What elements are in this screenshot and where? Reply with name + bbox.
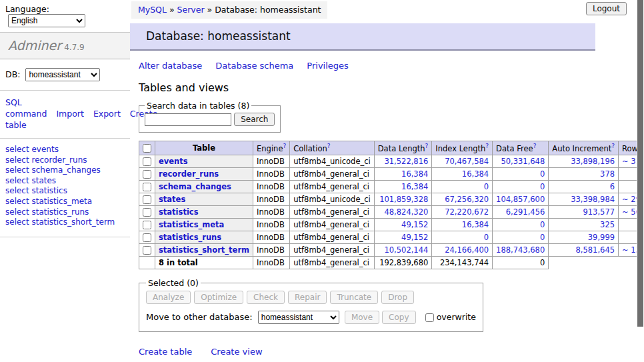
data-free-cell: 104,857,600 [493, 193, 549, 205]
column-label-data-free: Data Free [496, 144, 533, 153]
check-button[interactable]: Check [247, 291, 285, 304]
move-button[interactable]: Move [345, 311, 379, 324]
help-icon[interactable]: ? [533, 143, 537, 149]
overwrite-label: overwrite [437, 312, 476, 322]
select-all-checkbox[interactable] [143, 144, 151, 153]
sidebar-select-statistics-short-term[interactable]: select statistics_short_term [5, 217, 125, 228]
row-checkbox[interactable] [143, 195, 151, 204]
sidebar-select-statistics-runs[interactable]: select statistics_runs [5, 207, 125, 218]
table-link-statistics[interactable]: statistics [159, 207, 199, 217]
table-name-cell: schema_changes [155, 180, 253, 193]
sidebar-select-statistics[interactable]: select statistics [5, 186, 125, 197]
row-checkbox[interactable] [143, 183, 151, 191]
index-length-cell: 70,467,584 [432, 155, 493, 167]
scrollbar-track[interactable] [637, 0, 644, 362]
sidebar-action-import[interactable]: Import [56, 109, 84, 119]
collation-cell: utf8mb4_general_ci [290, 205, 375, 218]
row-checkbox[interactable] [143, 246, 151, 255]
engine-cell: InnoDB [253, 231, 290, 243]
optimize-button[interactable]: Optimize [194, 291, 243, 304]
db-link-database-schema[interactable]: Database schema [215, 61, 293, 71]
index-length-cell: 0 [432, 180, 493, 193]
auto-increment-cell: 913,577 [549, 205, 619, 218]
table-link-recorder-runs[interactable]: recorder_runs [159, 169, 219, 179]
column-label-data-length: Data Length [378, 144, 425, 153]
copy-button[interactable]: Copy [382, 311, 415, 324]
collation-cell: utf8mb4_general_ci [290, 180, 375, 193]
sidebar-select-recorder-runs[interactable]: select recorder_runs [5, 155, 125, 166]
table-link-events[interactable]: events [159, 157, 188, 166]
sidebar-select-schema-changes[interactable]: select schema_changes [5, 165, 125, 176]
table-name-cell: events [155, 155, 253, 167]
total-data-free-cell: 0 [493, 256, 549, 269]
total-engine-cell: InnoDB [253, 256, 290, 269]
language-label: Language: [5, 4, 49, 14]
table-link-statistics-short-term[interactable]: statistics_short_term [159, 245, 249, 255]
adminer-brand[interactable]: Adminer 4.7.9 [0, 32, 130, 59]
help-icon[interactable]: ? [611, 143, 615, 149]
table-header-row: TableEngine?Collation?Data Length?Index … [139, 141, 644, 155]
table-link-statistics-meta[interactable]: statistics_meta [159, 220, 224, 229]
collation-cell: utf8mb4_general_ci [290, 243, 375, 256]
row-checkbox[interactable] [143, 208, 151, 217]
scrollbar-thumb[interactable] [637, 0, 643, 327]
breadcrumb-current: Database: homeassistant [215, 5, 321, 15]
sidebar-select-states[interactable]: select states [5, 176, 125, 187]
column-label-collation: Collation [293, 144, 327, 153]
row-checkbox-cell [139, 180, 155, 193]
adminer-version: 4.7.9 [64, 43, 85, 52]
sidebar-action-export[interactable]: Export [93, 109, 121, 119]
search-legend: Search data in tables (8) [145, 101, 251, 111]
auto-increment-cell: 33,398,984 [549, 193, 619, 205]
help-icon[interactable]: ? [327, 143, 331, 149]
create-link-create-view[interactable]: Create view [211, 347, 262, 357]
drop-button[interactable]: Drop [381, 291, 414, 304]
index-length-cell: 0 [432, 231, 493, 243]
row-checkbox[interactable] [143, 157, 151, 166]
table-link-states[interactable]: states [159, 195, 185, 204]
row-checkbox[interactable] [143, 233, 151, 242]
sidebar-select-statistics-meta[interactable]: select statistics_meta [5, 197, 125, 207]
truncate-button[interactable]: Truncate [330, 291, 378, 304]
help-icon[interactable]: ? [485, 143, 489, 149]
page-title: Database: homeassistant [130, 23, 595, 51]
language-select[interactable]: English [8, 14, 85, 27]
data-free-cell: 0 [493, 231, 549, 243]
overwrite-option: overwrite [425, 312, 476, 322]
total-collation-cell: utf8mb4_general_ci [290, 256, 375, 269]
search-button[interactable]: Search [234, 113, 275, 126]
row-checkbox[interactable] [143, 221, 151, 229]
logout-button[interactable]: Logout [586, 2, 627, 15]
index-length-cell: 24,166,400 [432, 243, 493, 256]
db-selector-row: DB: homeassistant [0, 59, 130, 91]
engine-cell: InnoDB [253, 193, 290, 205]
help-icon[interactable]: ? [425, 143, 429, 149]
index-length-cell: 16,384 [432, 167, 493, 180]
breadcrumb-server[interactable]: Server [177, 5, 205, 15]
help-icon[interactable]: ? [283, 143, 286, 149]
move-db-select[interactable]: homeassistant [258, 311, 339, 324]
overwrite-checkbox[interactable] [425, 313, 434, 322]
search-input[interactable] [145, 113, 231, 126]
column-label-index-length: Index Length [435, 144, 485, 153]
table-row: eventsInnoDButf8mb4_unicode_ci31,522,816… [139, 155, 644, 167]
db-link-alter-database[interactable]: Alter database [139, 61, 202, 71]
row-checkbox-cell [139, 243, 155, 256]
db-link-privileges[interactable]: Privileges [307, 61, 349, 71]
sidebar-action-sql-command[interactable]: SQL command [5, 97, 47, 119]
create-links-row: Create tableCreate view [139, 347, 637, 357]
sidebar-select-events[interactable]: select events [5, 145, 125, 155]
row-checkbox[interactable] [143, 170, 151, 179]
table-link-statistics-runs[interactable]: statistics_runs [159, 233, 221, 242]
db-select[interactable]: homeassistant [25, 68, 100, 81]
create-link-create-table[interactable]: Create table [139, 347, 192, 357]
tables-and-views-heading: Tables and views [139, 81, 637, 94]
table-row: statistics_short_termInnoDButf8mb4_gener… [139, 243, 644, 256]
total-checkbox-cell [139, 256, 155, 269]
breadcrumb-mysql[interactable]: MySQL [138, 5, 167, 15]
analyze-button[interactable]: Analyze [146, 291, 191, 304]
column-header-data-length: Data Length? [374, 141, 432, 155]
table-link-schema-changes[interactable]: schema_changes [159, 182, 231, 191]
language-row: Language: English [0, 0, 130, 32]
repair-button[interactable]: Repair [288, 291, 327, 304]
